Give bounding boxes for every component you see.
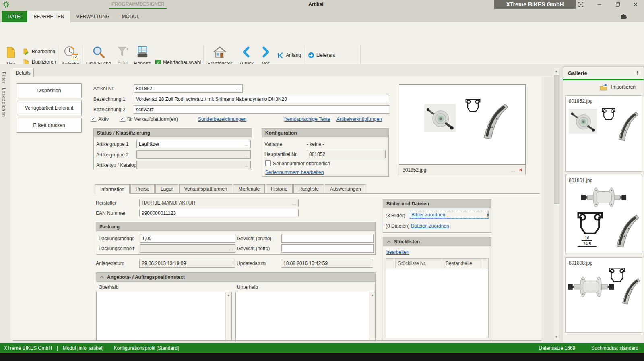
article-image-preview[interactable] [399, 84, 526, 165]
tab-datei[interactable]: DATEI [2, 11, 27, 22]
unterhalb-scrollbar[interactable]: ▲ [369, 292, 375, 340]
packung-header: Packung [96, 222, 375, 231]
artikeltyp-input[interactable]: … [136, 161, 251, 169]
artikelgruppe1-input[interactable]: Laufräder … [136, 140, 251, 148]
restore-button[interactable] [614, 1, 621, 8]
hersteller-lookup-button[interactable]: … [290, 201, 296, 205]
statusbar-suchmodus: Suchmodus: standard [591, 345, 638, 351]
seriennummern-bearbeiten-link[interactable]: Seriennummern bearbeiten [265, 170, 324, 175]
oberhalb-textarea[interactable]: ▲ [96, 292, 232, 340]
tab-verkaufsplattformen[interactable]: Verkaufsplattformen [179, 184, 233, 193]
unterhalb-label: Unterhalb [237, 284, 258, 290]
artikelverknuepfungen-link[interactable]: Artikelverknüpfungen [336, 116, 382, 122]
artikelgruppe1-label: Artikelgruppe 1 [96, 141, 129, 147]
tab-lager[interactable]: Lager [155, 184, 178, 193]
bezeichnung2-input[interactable]: schwarz [134, 105, 389, 114]
side-rail-lesezeichen[interactable]: Lesezeichen [2, 88, 6, 117]
gallery-item-filename: 801861.jpg [569, 178, 592, 183]
tab-auswertungen[interactable]: Auswertungen [325, 184, 366, 193]
gallery-item-801861[interactable]: 801861.jpg 16 24,5 [565, 175, 642, 253]
document-tab-details[interactable]: Details [12, 68, 34, 77]
tab-rangliste[interactable]: Rangliste [293, 184, 324, 193]
back-chevron-icon [241, 46, 252, 58]
artikelgruppe2-input[interactable]: … [136, 150, 251, 159]
hersteller-input[interactable]: HARTJE-MANUFAKTUR … [139, 199, 299, 207]
app-gear-icon[interactable] [3, 1, 9, 8]
stuecklisten-table[interactable]: Stückliste Nr. Bestandteile [386, 258, 489, 338]
konfiguration-box: Konfiguration Variante - keine - Hauptar… [262, 128, 389, 177]
etikett-drucken-button[interactable]: Etikett drucken [17, 118, 82, 133]
oberhalb-scrollbar[interactable]: ▲ [225, 292, 231, 340]
tab-preise[interactable]: Preise [130, 184, 155, 193]
bezeichnung1-input[interactable]: Vorderrad 28 Zoll Rodi schwarz / mit Shi… [134, 95, 389, 103]
stuecklisten-bearbeiten-link[interactable]: bearbeiten [386, 249, 409, 255]
hauptartikel-label: Hauptartikel Nr. [264, 151, 298, 157]
anfang-button[interactable]: Anfang [277, 52, 301, 59]
tab-verwaltung[interactable]: VERWALTUNG [70, 11, 116, 22]
restore-icon [615, 2, 621, 7]
titlebar: PROGRAMMDESIGNER Artikel XTreme BIKES Gm… [0, 0, 644, 9]
variante-value: - keine - [307, 141, 324, 147]
lieferant-button[interactable]: Lieferant [308, 52, 335, 59]
artikeltyp-lookup-button[interactable]: … [242, 163, 248, 168]
tab-historie[interactable]: Historie [266, 184, 293, 193]
scroll-down-arrow[interactable]: ▼ [553, 334, 559, 340]
gewicht-brutto-input[interactable] [281, 234, 374, 243]
collapse-chevron-icon[interactable] [386, 240, 391, 243]
unterhalb-textarea[interactable]: ▲ [235, 292, 376, 340]
status-klassifizierung-box: Status / Klassifizierung Artikelgruppe 1… [93, 128, 252, 170]
sonderbezeichnungen-link[interactable]: Sonderbezeichnungen [198, 116, 246, 122]
ean-input[interactable]: 9900000011123 [139, 209, 299, 217]
collapse-chevron-icon[interactable] [99, 276, 104, 279]
tab-bearbeiten[interactable]: BEARBEITEN [27, 11, 70, 22]
stuecklisten-col-nr[interactable]: Stückliste Nr. [396, 259, 443, 268]
artikel-nr-input[interactable]: 801852 … [134, 84, 243, 93]
updatedatum-value: 18.08.2016 16:42:59 [281, 259, 373, 268]
verfuegbarkeit-lieferant-button[interactable]: Verfügbarkeit Lieferant [17, 101, 82, 115]
dateien-zuordnen-link[interactable]: Dateien zuordnen [411, 223, 449, 229]
artikelgruppe1-lookup-button[interactable]: … [242, 142, 248, 147]
minimize-button[interactable] [596, 1, 603, 8]
edit-document-icon [23, 48, 30, 55]
scrollbar-thumb[interactable] [554, 75, 559, 204]
gewicht-netto-input[interactable] [281, 244, 374, 253]
stuecklisten-col-bestandteile[interactable]: Bestandteile [443, 259, 480, 268]
scroll-up-arrow[interactable]: ▲ [553, 68, 559, 74]
bearbeiten-button[interactable]: Bearbeiten [23, 48, 55, 55]
gallery-item-801808[interactable]: 801808.jpg [565, 257, 642, 333]
seriennummer-checkbox[interactable] [265, 160, 271, 166]
rim-segment-photo [480, 102, 509, 139]
importieren-button[interactable]: Importieren [563, 82, 644, 92]
plugin-puzzle-icon[interactable] [620, 12, 627, 21]
disposition-button[interactable]: Disposition [17, 83, 82, 98]
packungseinheit-lookup-button[interactable]: … [227, 246, 233, 251]
packungseinheit-input[interactable]: … [140, 244, 235, 253]
gewicht-netto-label: Gewicht (netto) [237, 246, 270, 251]
bilder-zuordnen-linkbox[interactable]: Bilder zuordnen [409, 211, 489, 219]
fremdsprachige-texte-link[interactable]: fremdsprachige Texte [284, 116, 330, 122]
preview-remove-button[interactable]: × [519, 167, 522, 173]
preview-more-button[interactable]: … [511, 168, 519, 172]
artikel-nr-lookup-button[interactable]: … [234, 86, 240, 91]
verkaufplattform-checkbox[interactable]: ✓ [120, 116, 125, 122]
pin-icon[interactable] [635, 70, 640, 77]
tab-modul[interactable]: MODUL [116, 11, 145, 22]
side-rail-filter[interactable]: Filter [2, 72, 6, 84]
main-scrollbar[interactable]: ▲ ▼ [553, 68, 560, 340]
focus-mode-button[interactable] [577, 1, 584, 8]
hauptartikel-input[interactable]: 801852 [307, 150, 386, 158]
artikelgruppe2-lookup-button[interactable]: … [242, 152, 248, 157]
hub-photo [568, 186, 640, 209]
tab-information[interactable]: Information [95, 184, 130, 194]
new-document-icon [5, 46, 17, 59]
statusbar-separator: | [57, 345, 58, 351]
konfiguration-header: Konfiguration [262, 129, 388, 137]
aktiv-checkbox[interactable]: ✓ [91, 116, 96, 122]
gallery-item-801852[interactable]: 801852.jpg [565, 95, 642, 172]
close-button[interactable] [632, 1, 639, 8]
packungsmenge-input[interactable]: 1,00 [140, 234, 235, 243]
link-arrow-icon [308, 52, 314, 58]
programmdesigner-menu[interactable]: PROGRAMMDESIGNER [108, 2, 168, 6]
tab-merkmale[interactable]: Merkmale [233, 184, 265, 193]
stuecklisten-header: Stücklisten [383, 237, 491, 246]
